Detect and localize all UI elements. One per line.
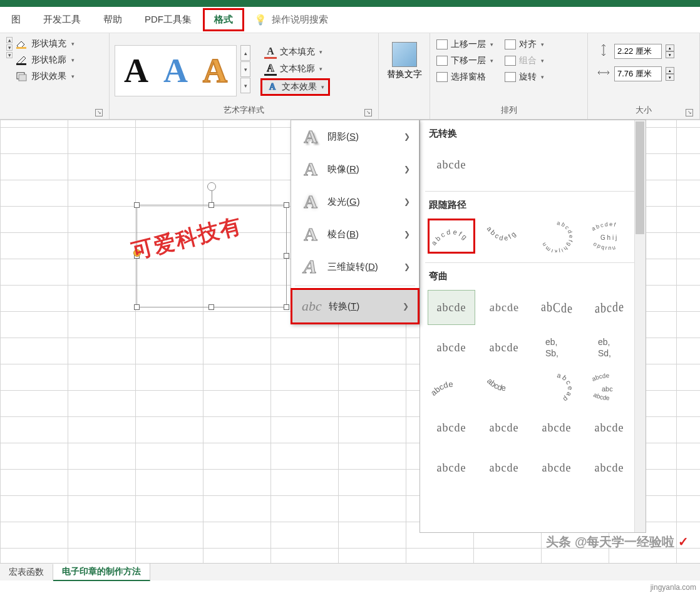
height-input[interactable]: 2.22 厘米: [614, 44, 662, 59]
text-fill-button[interactable]: A 文本填充 ▾: [260, 44, 330, 60]
shape-effects-button[interactable]: 形状效果 ▾: [13, 70, 77, 83]
resize-handle[interactable]: [208, 304, 214, 310]
warp-triangle-up[interactable]: abCde: [533, 290, 580, 325]
menu-transform[interactable]: abc转换(T)❯: [291, 288, 419, 324]
sheet-tab-1[interactable]: 宏表函数: [0, 564, 53, 580]
chevron-down-icon: ▾: [319, 49, 322, 55]
svg-text:abc: abc: [602, 385, 613, 393]
warp-wave4[interactable]: abcde: [585, 450, 633, 485]
chevron-down-icon: ▾: [71, 57, 75, 63]
warp-curve-down[interactable]: abcde: [480, 410, 528, 445]
gallery-spinner[interactable]: ▴▾▾: [240, 45, 250, 93]
bring-forward-button[interactable]: 上移一层▾: [435, 38, 495, 51]
warp-ring-inside[interactable]: eb,Sb,: [533, 330, 580, 365]
scrollbar-thumb[interactable]: [636, 121, 644, 234]
selection-box: 可爱科技有: [136, 205, 287, 307]
group-icon: [505, 56, 516, 66]
text-outline-button[interactable]: A 文本轮廓 ▾: [260, 61, 330, 77]
dialog-launcher-icon[interactable]: ↘: [364, 109, 372, 116]
dialog-launcher-icon[interactable]: ↘: [95, 109, 103, 116]
warp-wave3[interactable]: abcde: [533, 450, 580, 485]
chevron-down-icon: ▾: [71, 73, 75, 80]
wordart-style-3[interactable]: A: [203, 51, 227, 90]
warp-plain[interactable]: abcde: [428, 290, 475, 325]
selected-shape[interactable]: 可爱科技有: [136, 182, 287, 307]
glow-icon: A: [300, 192, 321, 212]
svg-text:G h i j: G h i j: [600, 234, 617, 241]
worksheet-area[interactable]: /*lines below generated statically*/ 可爱科…: [0, 120, 700, 575]
shape-effects-label: 形状效果: [31, 71, 66, 82]
resize-handle[interactable]: [284, 202, 289, 208]
warp-chevron-up[interactable]: abcde: [428, 330, 475, 365]
warp-arch-up[interactable]: abcde: [428, 370, 475, 405]
shape-outline-label: 形状轮廓: [31, 54, 66, 66]
wordart-style-2[interactable]: A: [163, 51, 188, 90]
wordart-style-1[interactable]: A: [124, 51, 148, 90]
tell-me-search[interactable]: 操作说明搜索: [272, 14, 328, 26]
group-shape-styles: ▴▾▾ 形状填充 ▾ 形状轮廓 ▾: [0, 33, 110, 119]
svg-rect-1: [16, 63, 26, 65]
dialog-launcher-icon[interactable]: ↘: [686, 109, 693, 116]
gallery-scroll[interactable]: ▴▾▾: [6, 37, 13, 58]
scrollbar[interactable]: [634, 120, 646, 532]
warp-stop[interactable]: abcde: [480, 290, 528, 325]
tab-view[interactable]: 图: [0, 9, 32, 31]
menu-bevel[interactable]: A棱台(B)❯: [291, 218, 419, 250]
warp-curve-up[interactable]: abcde: [428, 410, 475, 445]
menu-3d-rotation[interactable]: A三维旋转(D)❯: [291, 250, 419, 283]
transform-circle[interactable]: abcdefghijklmn: [533, 219, 580, 254]
width-icon: [597, 66, 610, 82]
transform-gallery: 无转换 abcde 跟随路径 abcdefg abcdefg abcdefghi…: [419, 120, 646, 533]
width-row: 7.76 厘米 ▴▾: [597, 66, 674, 82]
alt-text-button[interactable]: 替换文字: [387, 69, 422, 80]
rotation-handle[interactable]: [207, 182, 216, 191]
svg-text:abcde: abcde: [592, 391, 610, 401]
tab-pdf[interactable]: PDF工具集: [133, 9, 203, 31]
bring-forward-icon: [436, 39, 448, 49]
tab-format[interactable]: 格式: [203, 8, 244, 31]
warp-can-down[interactable]: abcde: [585, 410, 633, 445]
send-backward-button[interactable]: 下移一层▾: [435, 54, 495, 67]
resize-handle[interactable]: [284, 304, 289, 310]
text-effects-button[interactable]: A 文本效果 ▾: [260, 78, 330, 96]
rotate-button[interactable]: 旋转▾: [503, 71, 545, 83]
width-input[interactable]: 7.76 厘米: [614, 66, 662, 81]
svg-text:opqrnu: opqrnu: [592, 240, 617, 251]
warp-button-pour[interactable]: abcdeabcabcde: [585, 370, 633, 405]
reflection-icon: A: [300, 159, 321, 179]
warp-triangle-down[interactable]: abcde: [585, 290, 633, 325]
warp-circle-pour[interactable]: abceap: [533, 370, 580, 405]
width-spinner[interactable]: ▴▾: [666, 67, 674, 81]
warp-wave1[interactable]: abcde: [428, 450, 475, 485]
shape-outline-button[interactable]: 形状轮廓 ▾: [13, 53, 77, 67]
selection-pane-button[interactable]: 选择窗格: [435, 71, 495, 83]
resize-handle[interactable]: [284, 253, 289, 259]
sheet-tab-2[interactable]: 电子印章的制作方法: [53, 564, 150, 581]
height-spinner[interactable]: ▴▾: [666, 44, 674, 58]
shape-fill-button[interactable]: 形状填充 ▾: [13, 37, 77, 51]
warp-ring-outside[interactable]: eb,Sd,: [585, 330, 633, 365]
resize-handle[interactable]: [208, 202, 214, 208]
warp-can-up[interactable]: abcde: [533, 410, 580, 445]
warp-wave2[interactable]: abcde: [480, 450, 528, 485]
transform-arch-down[interactable]: abcdefg: [480, 219, 528, 254]
transform-button[interactable]: abcdef G h i j opqrnu: [585, 219, 633, 254]
transform-none[interactable]: abcde: [428, 147, 475, 182]
wordart-gallery[interactable]: A A A: [115, 45, 237, 96]
resize-handle[interactable]: [134, 304, 140, 310]
warp-chevron-down[interactable]: abcde: [480, 330, 528, 365]
tab-developer[interactable]: 开发工具: [32, 9, 92, 31]
svg-text:eb,: eb,: [545, 337, 557, 347]
resize-handle[interactable]: [134, 202, 140, 208]
tab-help[interactable]: 帮助: [92, 9, 133, 31]
wordart-text[interactable]: 可爱科技有: [129, 211, 245, 266]
chevron-down-icon: ▾: [321, 84, 324, 90]
menu-glow[interactable]: A发光(G)❯: [291, 185, 419, 218]
transform-arch-up[interactable]: abcdefg: [428, 219, 475, 254]
align-button[interactable]: 对齐▾: [503, 38, 545, 51]
menu-shadow[interactable]: A阴影(S)❯: [291, 120, 419, 153]
group-wordart-styles: A A A ▴▾▾ A 文本填充 ▾ A 文本轮廓 ▾ A 文本效果: [110, 33, 379, 119]
menu-reflection[interactable]: A映像(R)❯: [291, 153, 419, 185]
svg-text:abcde: abcde: [591, 372, 610, 383]
warp-arch-down[interactable]: abcde: [480, 370, 528, 405]
